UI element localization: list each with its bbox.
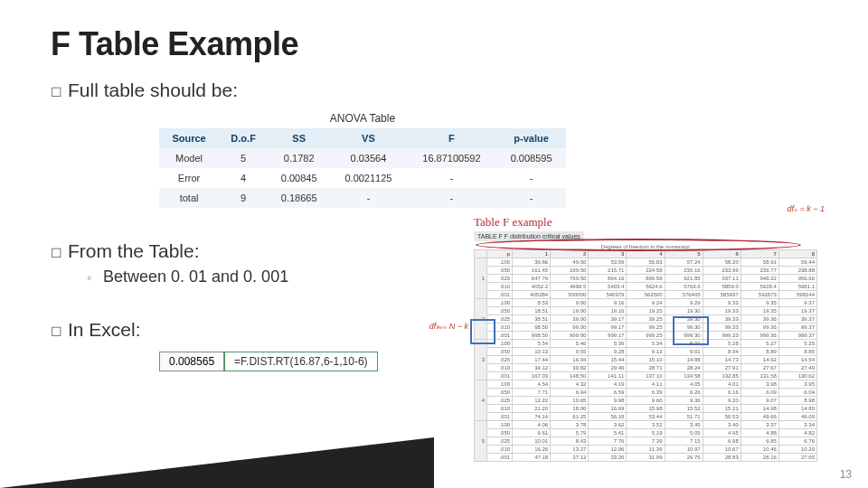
decor-triangle-dark	[0, 437, 434, 488]
anova-table-wrap: ANOVA Table Source D.o.F SS VS F p-value…	[159, 112, 566, 208]
bullet-from-word: From	[68, 240, 112, 262]
table-row: .0507.716.946.596.396.266.166.096.04	[475, 389, 817, 397]
middle-row: ☐ From the Table: ◦ Between 0. 01 and 0.…	[51, 224, 817, 462]
anova-h4: F	[407, 128, 497, 148]
table-row: .05018.5119.0019.1619.2519.3019.3319.351…	[475, 307, 817, 315]
table-row: .01016.2613.2712.0611.3910.9710.6710.461…	[475, 446, 817, 454]
left-column: ☐ From the Table: ◦ Between 0. 01 and 0.…	[51, 224, 474, 371]
slide-content: F Table Example ☐ Full table should be: …	[0, 0, 868, 462]
excel-formula-cell: =F.DIST.RT(16.87,6-1,10-6)	[224, 352, 378, 371]
table-row: .025647.79799.50864.16899.58921.85937.11…	[475, 275, 817, 283]
table-row: .02510.018.437.767.397.156.986.856.76	[475, 437, 817, 446]
excel-result-cell: 0.008565	[159, 352, 224, 371]
table-row: .02512.2210.659.989.609.369.209.078.98	[475, 397, 817, 405]
bullet-full-rest: table should be:	[99, 80, 238, 100]
bullet-full: ☐ Full table should be:	[51, 80, 817, 101]
table-row: .00147.1837.1233.2031.0929.7528.8328.162…	[475, 454, 817, 462]
subbullet-between: ◦ Between 0. 01 and 0. 001	[87, 267, 474, 286]
f-table-figure: dfₙ = k − 1 df₉ₑₙ N − k Table F example …	[474, 215, 817, 462]
table-row: .001998.50999.00999.17999.25999.30999.33…	[475, 332, 817, 340]
highlight-ellipse	[476, 239, 801, 251]
highlight-rect-right	[673, 316, 709, 345]
anova-h2: SS	[268, 128, 330, 148]
slide-title: F Table Example	[51, 25, 817, 63]
bullet-icon: ☐	[51, 246, 62, 260]
bullet-in-word: In	[68, 319, 84, 341]
bullet-icon: ☐	[51, 85, 62, 99]
table-row: 3.1005.545.465.395.345.315.285.275.25	[475, 340, 817, 348]
table-row: .01098.5099.0099.1799.2599.3099.3399.369…	[475, 324, 817, 332]
table-row: 2.1008.539.009.169.249.299.339.359.37	[475, 299, 817, 307]
anova-h5: p-value	[496, 128, 566, 148]
table-row: Model50.17820.0356416.871005920.008595	[159, 148, 566, 168]
table-row: .0104052.24999.55403.45624.65763.65859.0…	[475, 283, 817, 291]
bullet-full-word: Full	[68, 80, 99, 101]
bullet-from: ☐ From the Table:	[51, 240, 474, 262]
table-row: 1.10039.8649.5053.5955.8357.2458.2058.91…	[475, 258, 817, 267]
anova-caption: ANOVA Table	[159, 112, 566, 125]
bullet-excel: ☐ In Excel:	[51, 319, 474, 341]
highlight-rect-left	[470, 319, 495, 344]
table-row: .05010.139.559.289.129.018.948.898.85	[475, 348, 817, 356]
table-row: .0506.615.795.415.195.054.954.884.82	[475, 429, 817, 437]
table-row: .02517.4416.0415.4415.1014.8814.7314.621…	[475, 356, 817, 364]
table-row: .01034.1230.8229.4628.7128.2427.9127.672…	[475, 364, 817, 372]
df-denominator-label: df₉ₑₙ N − k	[429, 322, 468, 331]
f-table-title: Table F example	[474, 215, 817, 230]
df-numerator-label: dfₙ = k − 1	[787, 204, 825, 213]
diamond-icon: ◦	[87, 270, 91, 285]
bullet-from-rest: the Table:	[112, 240, 200, 261]
anova-header-row: Source D.o.F SS VS F p-value	[159, 128, 566, 148]
f-distribution-table: p123456781.10039.8649.5053.5955.8357.245…	[474, 249, 817, 462]
table-row: 4.1004.544.324.194.114.054.013.983.95	[475, 380, 817, 389]
table-row: .00174.1461.2556.1853.4451.7150.5349.664…	[475, 413, 817, 421]
table-row: .02538.5139.0039.1739.2539.3039.3339.363…	[475, 315, 817, 324]
excel-snippet: 0.008565 =F.DIST.RT(16.87,6-1,10-6)	[159, 352, 474, 371]
table-row: total90.18665---	[159, 188, 566, 208]
table-row: .050161.45199.50215.71224.58230.16233.99…	[475, 267, 817, 275]
table-row: Error40.008450.0021125--	[159, 168, 566, 188]
table-row: .001167.03148.50141.11137.10134.58132.85…	[475, 372, 817, 380]
anova-h1: D.o.F	[219, 128, 268, 148]
table-row: 5.1004.063.783.623.523.453.403.373.34	[475, 421, 817, 429]
anova-h3: VS	[330, 128, 406, 148]
anova-table: Source D.o.F SS VS F p-value Model50.178…	[159, 128, 566, 208]
table-row: .001405284500000540379562500576405585937…	[475, 291, 817, 299]
subbullet-text: Between 0. 01 and 0. 001	[103, 267, 288, 286]
page-number: 13	[840, 468, 852, 481]
table-row: .01021.2018.0016.6915.9815.5215.2114.981…	[475, 405, 817, 413]
bullet-icon: ☐	[51, 324, 62, 339]
anova-h0: Source	[159, 128, 219, 148]
bullet-in-rest: Excel:	[84, 319, 141, 340]
